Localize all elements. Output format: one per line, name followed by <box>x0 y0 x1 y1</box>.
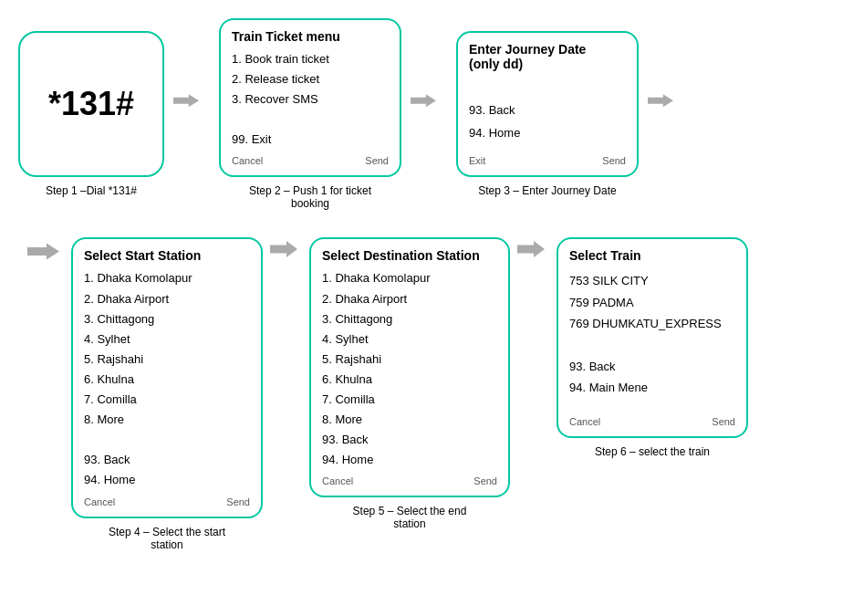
arrow-2 <box>411 87 447 114</box>
ds-home: 94. Home <box>322 450 497 470</box>
train-footer: Cancel Send <box>569 416 735 427</box>
step-1-block: *131# Step 1 –Dial *131# <box>18 31 164 197</box>
menu-item-3: 3. Recover SMS <box>232 89 389 110</box>
arrow-3 <box>648 87 684 114</box>
ss-cancel: Cancel <box>84 496 115 507</box>
journey-items: 93. Back 94. Home <box>469 77 626 144</box>
ss-item-1: 1. Dhaka Komolapur <box>84 268 250 288</box>
train-box: Select Train 753 SILK CITY 759 PADMA 769… <box>557 237 748 438</box>
ds-item-2: 2. Dhaka Airport <box>322 289 497 309</box>
ds-cancel: Cancel <box>322 475 353 486</box>
journey-title: Enter Journey Date(only dd) <box>469 42 626 71</box>
ds-item-8: 8. More <box>322 410 497 430</box>
train-blank <box>569 335 735 356</box>
menu-item-blank <box>232 110 389 130</box>
dest-station-footer: Cancel Send <box>322 475 497 486</box>
step-5-block: Select Destination Station 1. Dhaka Komo… <box>309 237 510 530</box>
train-back: 93. Back <box>569 356 735 377</box>
menu-box: Train Ticket menu 1. Book train ticket 2… <box>219 18 401 177</box>
step-2-block: Train Ticket menu 1. Book train ticket 2… <box>219 18 401 210</box>
train-item-3: 769 DHUMKATU_EXPRESS <box>569 313 735 334</box>
journey-home: 94. Home <box>469 122 626 145</box>
arrow-1 <box>173 87 210 114</box>
dial-code: *131# <box>48 85 134 123</box>
ds-back: 93. Back <box>322 430 497 450</box>
ds-item-4: 4. Sylhet <box>322 329 497 350</box>
ds-item-7: 7. Comilla <box>322 390 497 410</box>
arrow-4 <box>270 237 302 260</box>
journey-footer: Exit Send <box>469 155 626 166</box>
step-1-label: Step 1 –Dial *131# <box>46 184 137 197</box>
ds-item-1: 1. Dhaka Komolapur <box>322 268 497 288</box>
step-5-label: Step 5 – Select the endstation <box>353 505 467 530</box>
ds-send: Send <box>473 475 497 486</box>
ss-item-2: 2. Dhaka Airport <box>84 289 250 309</box>
step-4-block: Select Start Station 1. Dhaka Komolapur … <box>71 237 263 550</box>
dest-station-box: Select Destination Station 1. Dhaka Komo… <box>309 237 510 497</box>
ss-home: 94. Home <box>84 470 250 490</box>
train-cancel: Cancel <box>569 416 600 427</box>
step-3-label: Step 3 – Enter Journey Date <box>478 184 616 197</box>
ds-item-6: 6. Khulna <box>322 370 497 390</box>
train-items: 753 SILK CITY 759 PADMA 769 DHUMKATU_EXP… <box>569 270 735 398</box>
ss-item-7: 7. Comilla <box>84 390 250 410</box>
start-station-title: Select Start Station <box>84 248 250 263</box>
arrow-left <box>27 237 64 265</box>
dest-station-title: Select Destination Station <box>322 248 497 263</box>
journey-box: Enter Journey Date(only dd) 93. Back 94.… <box>456 31 639 177</box>
ds-item-3: 3. Chittagong <box>322 309 497 329</box>
ss-send: Send <box>226 496 250 507</box>
start-station-footer: Cancel Send <box>84 496 250 507</box>
menu-item-1: 1. Book train ticket <box>232 49 389 69</box>
step-6-label: Step 6 – select the train <box>595 445 710 458</box>
train-send: Send <box>712 416 735 427</box>
dest-station-items: 1. Dhaka Komolapur 2. Dhaka Airport 3. C… <box>322 268 497 470</box>
start-station-items: 1. Dhaka Komolapur 2. Dhaka Airport 3. C… <box>84 268 250 490</box>
journey-blank <box>469 77 626 99</box>
ds-item-5: 5. Rajshahi <box>322 350 497 370</box>
menu-footer: Cancel Send <box>232 155 389 166</box>
step-4-label: Step 4 – Select the startstation <box>109 526 225 551</box>
ss-item-4: 4. Sylhet <box>84 329 250 350</box>
row-2: Select Start Station 1. Dhaka Komolapur … <box>18 237 835 550</box>
train-item-2: 759 PADMA <box>569 292 735 313</box>
ss-item-8: 8. More <box>84 410 250 430</box>
step-3-block: Enter Journey Date(only dd) 93. Back 94.… <box>456 31 639 197</box>
ss-blank <box>84 430 250 450</box>
ss-item-6: 6. Khulna <box>84 370 250 390</box>
train-title: Select Train <box>569 248 735 263</box>
ss-item-5: 5. Rajshahi <box>84 350 250 370</box>
journey-send: Send <box>602 155 626 166</box>
ss-back: 93. Back <box>84 450 250 470</box>
dial-box: *131# <box>18 31 164 177</box>
step-2-label: Step 2 – Push 1 for ticket booking <box>237 184 383 210</box>
menu-title: Train Ticket menu <box>232 29 389 44</box>
ss-item-3: 3. Chittagong <box>84 309 250 329</box>
step-6-block: Select Train 753 SILK CITY 759 PADMA 769… <box>557 237 748 458</box>
journey-exit: Exit <box>469 155 485 166</box>
menu-cancel: Cancel <box>232 155 263 166</box>
menu-item-2: 2. Release ticket <box>232 69 389 89</box>
start-station-box: Select Start Station 1. Dhaka Komolapur … <box>71 237 263 517</box>
menu-items: 1. Book train ticket 2. Release ticket 3… <box>232 49 389 150</box>
menu-item-99: 99. Exit <box>232 130 389 150</box>
journey-back: 93. Back <box>469 99 626 122</box>
row-1: *131# Step 1 –Dial *131# Train Ticket me… <box>18 18 835 210</box>
train-item-1: 753 SILK CITY <box>569 270 735 291</box>
flow-container: *131# Step 1 –Dial *131# Train Ticket me… <box>18 18 835 551</box>
arrow-5 <box>517 237 549 260</box>
menu-send: Send <box>365 155 389 166</box>
train-main: 94. Main Mene <box>569 377 735 398</box>
